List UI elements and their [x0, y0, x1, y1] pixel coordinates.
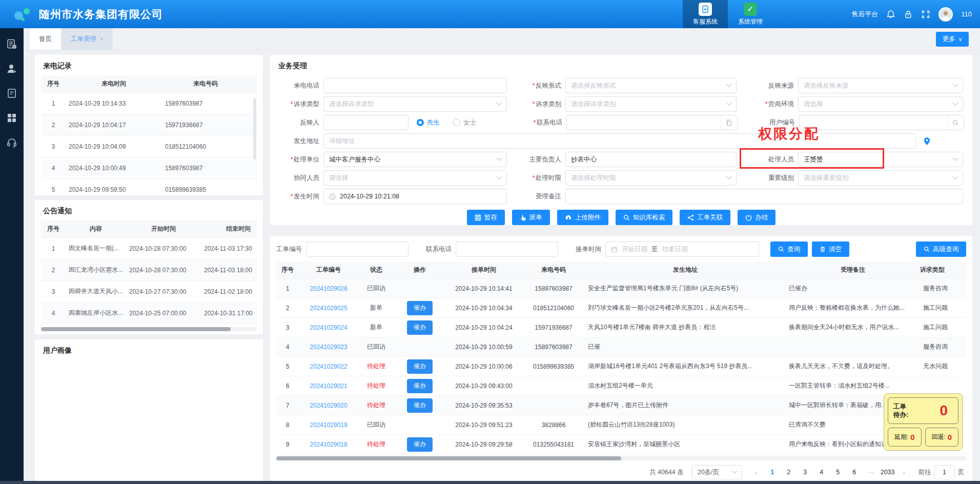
appeal-category-select[interactable]: 请选择诉求类别 [565, 96, 737, 112]
order-number-link[interactable]: 20241029018 [299, 441, 358, 448]
location-pin-icon[interactable] [923, 137, 931, 146]
occur-time-input[interactable]: 2024-10-29 10:21:08 [323, 189, 507, 204]
radio-male[interactable] [417, 119, 424, 126]
order-number-link[interactable]: 20241029020 [299, 402, 358, 409]
order-settings-icon[interactable] [6, 38, 17, 50]
address-input[interactable]: 详细地址 [323, 133, 916, 149]
page-number[interactable]: 1 [766, 466, 779, 479]
app-tab-customer-service[interactable]: 客服系统 [683, 0, 728, 28]
order-row[interactable]: 5 20241029022 待处理 催办 2024-10-29 10:00:06… [276, 357, 966, 376]
orders-horizontal-scrollbar[interactable] [276, 456, 966, 460]
bell-icon[interactable] [886, 10, 895, 19]
urge-button[interactable]: 催办 [407, 437, 433, 452]
order-number-link[interactable]: 20241029025 [299, 305, 358, 312]
goto-page-input[interactable]: 1 [934, 465, 955, 479]
copy-icon[interactable] [721, 115, 737, 130]
page-number[interactable]: 5 [831, 466, 845, 479]
tab-work-order[interactable]: 工单受理 × [62, 28, 113, 50]
order-number-link[interactable]: 20241029026 [299, 285, 358, 292]
date-range-input[interactable]: 开始日期 至 结束日期 [605, 241, 759, 257]
order-number-link[interactable]: 20241029021 [299, 382, 358, 390]
finish-button[interactable]: 办结 [738, 210, 775, 225]
urge-button[interactable]: 催办 [407, 320, 433, 335]
call-record-row[interactable]: 4 2024-10-29 10:00:49 15897603987 [41, 157, 257, 179]
close-tab-icon[interactable]: × [100, 36, 103, 42]
reflect-source-select[interactable]: 请选择反映来源 [798, 78, 963, 93]
handle-unit-select[interactable]: 城中客户服务中心 [323, 152, 507, 167]
search-button[interactable]: 查询 [770, 241, 808, 257]
kb-search-button[interactable]: 知识库检索 [616, 210, 673, 225]
page-number[interactable]: 4 [815, 466, 828, 479]
link-order-button[interactable]: 工单关联 [680, 210, 730, 225]
prev-page-button[interactable]: ‹ [750, 469, 763, 476]
biz-env-select[interactable]: 请选择 [798, 96, 963, 112]
phone-filter-input[interactable] [456, 241, 558, 257]
notice-row[interactable]: 4 因塞纳左岸小区水... 2024-10-25 07:00:00 2024-1… [41, 302, 257, 324]
scrollbar-thumb[interactable] [41, 327, 231, 331]
order-number-link[interactable]: 20241029019 [299, 421, 358, 429]
importance-select[interactable]: 请选择重要级别 [798, 170, 963, 186]
contact-phone-input[interactable] [566, 115, 738, 130]
scrollbar-thumb[interactable] [276, 456, 621, 460]
urge-button[interactable]: 催办 [407, 359, 433, 374]
tab-home[interactable]: 首页 [30, 28, 62, 50]
grid-icon[interactable] [6, 112, 17, 124]
user-avatar[interactable] [938, 7, 953, 22]
call-record-row[interactable]: 5 2024-10-29 09:59:50 015899639385 [41, 179, 257, 195]
radio-male-label[interactable]: 先生 [427, 118, 440, 127]
user-no-input[interactable] [799, 115, 964, 130]
dispatch-button[interactable]: 派单 [512, 210, 550, 225]
upload-attachment-button[interactable]: 上传附件 [557, 210, 608, 225]
order-row[interactable]: 9 20241029018 待处理 催办 2024-10-29 09:29:58… [276, 435, 966, 454]
radio-female[interactable] [453, 119, 460, 126]
notice-row[interactable]: 2 因汇龙湾小区需水... 2024-10-28 07:30:00 2024-1… [41, 259, 257, 281]
order-row[interactable]: 6 20241029021 待处理 催办 2024-10-29 09:43:00… [276, 376, 966, 396]
page-number[interactable]: 6 [848, 466, 861, 479]
lock-icon[interactable] [904, 10, 913, 19]
order-row[interactable]: 1 20241029026 已回访 2024-10-29 10:14:41 15… [276, 279, 966, 298]
order-number-link[interactable]: 20241029024 [299, 324, 358, 331]
call-record-row[interactable]: 2 2024-10-29 10:04:17 15971936687 [41, 114, 257, 136]
reflect-form-select[interactable]: 请选择反映形式 [565, 78, 737, 93]
urge-button[interactable]: 催办 [407, 379, 433, 393]
radio-female-label[interactable]: 女士 [463, 118, 476, 127]
co-person-select[interactable]: 请选择 [323, 170, 507, 186]
remark-input[interactable] [565, 189, 963, 204]
clear-button[interactable]: 清空 [812, 241, 849, 257]
user-star-icon[interactable] [6, 63, 17, 74]
page-number[interactable]: 2 [782, 466, 795, 479]
call-record-row[interactable]: 1 2024-10-29 10:14:33 15897603987 [41, 93, 257, 114]
urge-button[interactable]: 催办 [407, 301, 433, 315]
notice-row[interactable]: 1 因文峰名居一期(... 2024-10-28 07:30:00 2024-1… [41, 238, 257, 259]
document-icon[interactable] [6, 88, 17, 99]
page-number[interactable]: 3 [799, 466, 812, 479]
order-row[interactable]: 7 20241029020 待处理 催办 2024-10-29 09:35:53… [276, 396, 966, 415]
fullscreen-icon[interactable] [921, 10, 930, 19]
order-number-link[interactable]: 20241029022 [299, 363, 358, 370]
call-phone-input[interactable] [323, 78, 507, 93]
page-number[interactable]: 2033 [881, 466, 895, 479]
urge-button[interactable]: 催办 [407, 398, 433, 413]
reflect-person-input[interactable] [323, 115, 409, 130]
order-no-input[interactable] [306, 241, 409, 257]
page-number[interactable]: ··· [864, 466, 877, 479]
order-row[interactable]: 8 20241029019 已回访 2024-10-29 09:51:23 38… [276, 415, 966, 435]
advanced-search-button[interactable]: 高级查询 [916, 241, 966, 257]
main-person-input[interactable]: 抄表中心 [565, 152, 737, 167]
vertical-scrollbar[interactable] [253, 98, 256, 159]
order-row[interactable]: 4 20241029023 已回访 2024-10-29 10:00:59 15… [276, 337, 966, 357]
order-row[interactable]: 2 20241029025 新单 催办 2024-10-29 10:04:34 … [276, 298, 966, 318]
save-draft-button[interactable]: 暂存 [467, 210, 505, 225]
headset-icon[interactable] [6, 137, 17, 148]
more-button[interactable]: 更多 ∨ [936, 32, 969, 47]
handler-select[interactable]: 王赟赟 [798, 152, 963, 167]
order-number-link[interactable]: 20241029023 [299, 344, 358, 351]
page-size-select[interactable]: 20条/页 [692, 465, 742, 479]
order-row[interactable]: 3 20241029024 新单 催办 2024-10-29 10:04:24 … [276, 318, 966, 337]
appeal-type-select[interactable]: 请选择诉求类型 [323, 96, 507, 112]
horizontal-scrollbar[interactable] [41, 327, 257, 331]
notice-row[interactable]: 3 因舜井大道天风小... 2024-10-27 07:30:00 2024-1… [41, 281, 257, 302]
after-sales-platform-link[interactable]: 售后平台 [851, 10, 878, 19]
next-page-button[interactable]: › [898, 469, 910, 476]
search-icon[interactable] [947, 115, 964, 130]
